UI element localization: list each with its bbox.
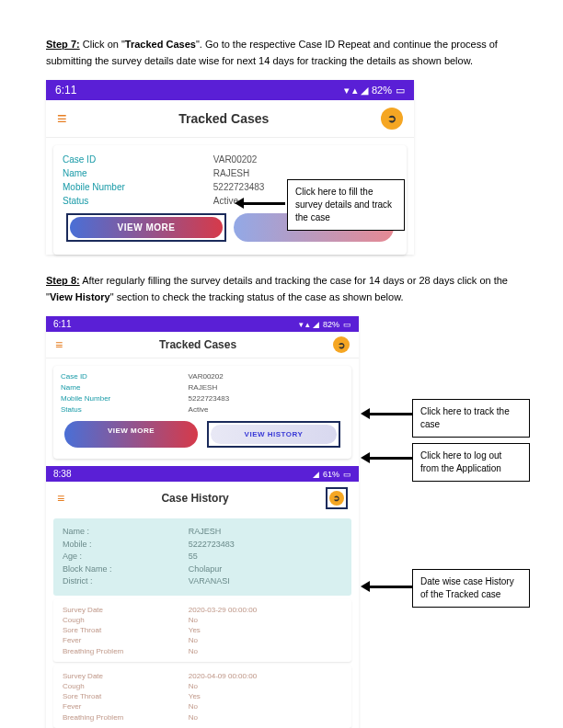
callout-viewhistory: Click here to track the case: [412, 399, 530, 438]
view-more-button[interactable]: VIEW MORE: [70, 217, 223, 238]
patient-card: Name :RAJESH Mobile :5222723483 Age :55 …: [53, 518, 351, 596]
logout-icon[interactable]: ➲: [381, 108, 403, 130]
step7-text: Step 7: Click on "Tracked Cases". Go to …: [46, 37, 517, 69]
hamburger-icon[interactable]: ≡: [57, 109, 67, 129]
step8-label: Step 8:: [46, 275, 80, 286]
hamburger-icon[interactable]: ≡: [57, 491, 64, 506]
status-label: Status: [63, 194, 213, 208]
view-more-button[interactable]: VIEW MORE: [64, 421, 198, 448]
status-bar: 6:11 ▾ ▴ ◢ 82% ▭: [46, 80, 414, 100]
logout-icon[interactable]: ➲: [329, 491, 344, 506]
status-icons: ◢ 61% ▭: [313, 470, 351, 479]
history-title: Case History: [161, 492, 228, 505]
logout-icon[interactable]: ➲: [333, 336, 350, 353]
history-header: ≡ Case History ➲: [46, 482, 359, 515]
arrow-logout: [361, 452, 416, 463]
status-bar-2: 6:11 ▾ ▴ ◢ 82% ▭: [46, 316, 359, 332]
name-label: Name: [63, 166, 213, 180]
case-card-2: Case IDVAR00202 NameRAJESH Mobile Number…: [53, 366, 351, 459]
time-text: 6:11: [53, 319, 71, 329]
app-bar-2: ≡ Tracked Cases ➲: [46, 332, 359, 358]
page-title: Tracked Cases: [178, 111, 269, 126]
callout-logout: Click here to log out from the Applicati…: [412, 443, 530, 482]
app-bar: ≡ Tracked Cases ➲: [46, 100, 414, 138]
callout-viewmore: Click here to fill the survey details an…: [287, 179, 405, 231]
logout-highlight: ➲: [326, 487, 348, 509]
arrow-vh: [361, 408, 416, 419]
time-text: 8:38: [53, 469, 71, 479]
step8-text: Step 8: After regularly filling the surv…: [46, 273, 517, 305]
view-more-highlight: VIEW MORE: [66, 213, 226, 242]
phone-screenshot-2: 6:11 ▾ ▴ ◢ 82% ▭ ≡ Tracked Cases ➲ Case …: [46, 316, 359, 728]
survey-card: Survey Date2020-04-09 00:00:00CoughNoSor…: [53, 665, 351, 728]
status-icons: ▾ ▴ ◢ 82% ▭: [344, 85, 405, 97]
arrow-1: [235, 198, 285, 209]
status-icons: ▾ ▴ ◢ 82% ▭: [299, 320, 351, 329]
view-history-button[interactable]: VIEW HISTORY: [211, 425, 337, 444]
time-text: 6:11: [55, 84, 76, 97]
case-id-label: Case ID: [63, 153, 213, 166]
status-bar-3: 8:38 ◢ 61% ▭: [46, 466, 359, 482]
arrow-history: [361, 581, 416, 592]
page-title: Tracked Cases: [159, 338, 236, 351]
view-history-highlight: VIEW HISTORY: [207, 421, 340, 448]
callout-history: Date wise case History of the Tracked ca…: [412, 569, 530, 608]
mobile-label: Mobile Number: [63, 180, 213, 194]
step7-label: Step 7:: [46, 39, 80, 50]
survey-card: Survey Date2020-03-29 00:00:00CoughNoSor…: [53, 599, 351, 662]
phone-screenshot-1: 6:11 ▾ ▴ ◢ 82% ▭ ≡ Tracked Cases ➲ Case …: [46, 80, 414, 255]
hamburger-icon[interactable]: ≡: [55, 337, 63, 352]
